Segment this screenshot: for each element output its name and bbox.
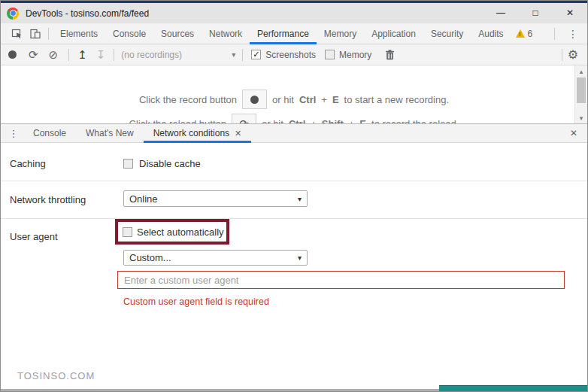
save-profile-icon: ↧ bbox=[96, 49, 106, 60]
tab-close-icon[interactable]: ✕ bbox=[235, 124, 241, 143]
record-instruction-line: Click the record button or hit Ctrl + E … bbox=[1, 89, 587, 110]
tab-memory[interactable]: Memory bbox=[317, 23, 364, 44]
drawer-tab-console[interactable]: Console bbox=[23, 123, 76, 143]
inspect-element-icon[interactable] bbox=[8, 25, 26, 43]
record-icon bbox=[250, 96, 259, 104]
reload-icon: ⟳ bbox=[239, 118, 249, 124]
performance-panel: Click the record button or hit Ctrl + E … bbox=[1, 65, 587, 123]
record-icon[interactable] bbox=[8, 50, 17, 59]
screenshots-label: Screenshots bbox=[265, 50, 316, 60]
disable-cache-label: Disable cache bbox=[139, 158, 201, 169]
caching-label: Caching bbox=[10, 158, 46, 169]
reload-and-profile-icon[interactable]: ⟳ bbox=[29, 49, 38, 60]
device-toolbar-icon[interactable] bbox=[26, 25, 44, 43]
drawer-tab-network-conditions[interactable]: Network conditions ✕ bbox=[144, 123, 252, 143]
network-throttling-select[interactable]: Online ▾ bbox=[123, 190, 308, 207]
tab-audits[interactable]: Audits bbox=[471, 23, 511, 44]
screenshots-toggle[interactable]: ✓ Screenshots bbox=[251, 50, 316, 60]
network-throttling-label: Network throttling bbox=[10, 194, 86, 205]
window-titlebar: DevTools - tosinso.com/fa/feed — □ ✕ bbox=[1, 3, 587, 23]
drawer-tab-whats-new[interactable]: What's New bbox=[76, 123, 144, 143]
tabbar-separator bbox=[554, 28, 555, 40]
warning-count: 6 bbox=[528, 29, 533, 39]
tab-elements[interactable]: Elements bbox=[53, 23, 105, 44]
chevron-down-icon: ▾ bbox=[298, 195, 302, 203]
watermark: TOSINSO.COM bbox=[17, 370, 95, 381]
window-controls: — □ ✕ bbox=[483, 3, 587, 23]
more-options-icon[interactable]: ⋮ bbox=[559, 28, 587, 40]
devtools-tabbar: Elements Console Sources Network Perform… bbox=[1, 23, 587, 44]
screenshots-checkbox[interactable]: ✓ bbox=[251, 50, 261, 59]
tab-application[interactable]: Application bbox=[364, 23, 423, 44]
scrollbar-thumb[interactable] bbox=[577, 77, 586, 103]
chrome-logo-icon bbox=[7, 8, 19, 20]
memory-label: Memory bbox=[339, 50, 371, 60]
scroll-up-icon[interactable]: ▴ bbox=[575, 65, 587, 77]
tab-console[interactable]: Console bbox=[105, 23, 153, 44]
memory-checkbox[interactable] bbox=[325, 50, 335, 59]
custom-user-agent-input[interactable] bbox=[117, 271, 565, 289]
warning-icon bbox=[516, 29, 525, 38]
minimize-button[interactable]: — bbox=[483, 3, 518, 23]
window-title: DevTools - tosinso.com/fa/feed bbox=[26, 8, 149, 19]
disable-cache-checkbox[interactable] bbox=[123, 159, 133, 169]
tab-network[interactable]: Network bbox=[202, 23, 250, 44]
user-agent-error-message: Custom user agent field is required bbox=[123, 296, 269, 307]
section-divider bbox=[1, 218, 587, 219]
close-button[interactable]: ✕ bbox=[553, 3, 587, 23]
tabbar-separator bbox=[48, 28, 49, 40]
drawer-menu-icon[interactable]: ⋮ bbox=[4, 128, 23, 139]
section-divider bbox=[1, 181, 587, 181]
record-button[interactable] bbox=[242, 90, 267, 109]
select-automatically-label: Select automatically bbox=[137, 226, 224, 238]
chevron-down-icon: ▾ bbox=[232, 50, 235, 59]
user-agent-select[interactable]: Custom... ▾ bbox=[123, 250, 308, 266]
tab-security[interactable]: Security bbox=[423, 23, 471, 44]
devtools-window: DevTools - tosinso.com/fa/feed — □ ✕ Ele… bbox=[0, 0, 588, 392]
recordings-select-value: (no recordings) bbox=[121, 50, 182, 60]
tab-performance[interactable]: Performance bbox=[250, 23, 317, 44]
load-profile-icon[interactable]: ↥ bbox=[77, 49, 87, 60]
select-automatically-checkbox[interactable] bbox=[123, 227, 132, 237]
network-throttling-value: Online bbox=[129, 193, 158, 205]
toolbar-separator bbox=[562, 49, 562, 61]
drawer-close-icon[interactable]: ✕ bbox=[560, 128, 587, 138]
clear-icon[interactable]: ⊘ bbox=[49, 49, 59, 60]
video-progress-strip bbox=[439, 385, 587, 391]
scroll-down-icon[interactable]: ▾ bbox=[575, 112, 587, 123]
reload-button[interactable]: ⟳ bbox=[232, 114, 256, 123]
toolbar-separator bbox=[68, 49, 69, 61]
vertical-scrollbar[interactable]: ▴ ▾ bbox=[574, 65, 587, 123]
drawer-tab-label: Network conditions bbox=[153, 124, 229, 143]
tab-sources[interactable]: Sources bbox=[153, 23, 202, 44]
drawer-tabbar: ⋮ Console What's New Network conditions … bbox=[1, 123, 587, 143]
recordings-select[interactable]: (no recordings) ▾ bbox=[121, 50, 235, 60]
reload-instruction-line: Click the reload button ⟳ or hit Ctrl + … bbox=[1, 113, 587, 123]
user-agent-label: User agent bbox=[10, 231, 58, 242]
toolbar-separator bbox=[242, 49, 243, 61]
user-agent-select-value: Custom... bbox=[129, 252, 171, 263]
network-conditions-panel: Caching Disable cache Network throttling… bbox=[1, 143, 587, 390]
performance-toolbar: ⟳ ⊘ ↥ ↧ (no recordings) ▾ ✓ Screenshots … bbox=[1, 44, 587, 65]
memory-toggle[interactable]: Memory bbox=[325, 50, 371, 60]
maximize-button[interactable]: □ bbox=[518, 3, 553, 23]
toolbar-separator bbox=[114, 49, 114, 61]
garbage-collect-icon[interactable] bbox=[380, 46, 399, 64]
highlight-annotation-box: Select automatically bbox=[115, 219, 229, 245]
chevron-down-icon: ▾ bbox=[298, 254, 302, 262]
settings-gear-icon[interactable]: ⚙ bbox=[566, 47, 580, 62]
warning-badge[interactable]: 6 bbox=[516, 29, 533, 39]
